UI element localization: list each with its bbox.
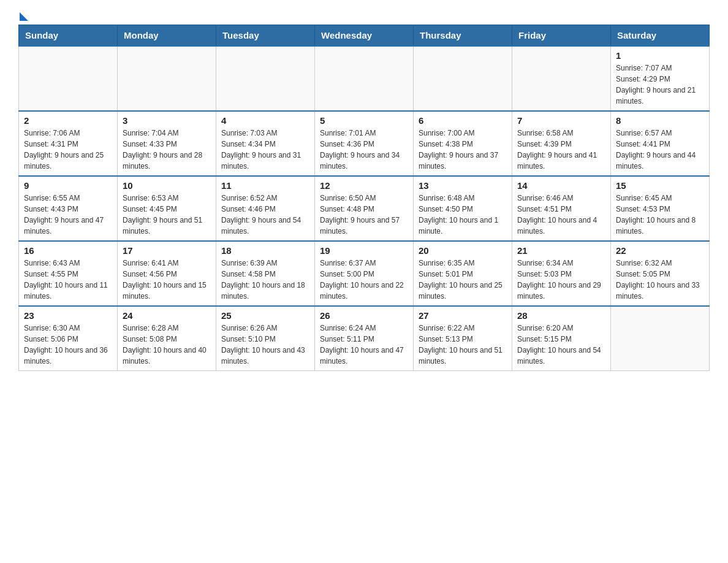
day-number: 8 [616,115,704,126]
day-number: 5 [320,115,408,126]
day-number: 22 [616,245,704,256]
calendar-cell: 24Sunrise: 6:28 AMSunset: 5:08 PMDayligh… [118,306,216,371]
calendar-cell: 15Sunrise: 6:45 AMSunset: 4:53 PMDayligh… [611,176,710,241]
calendar-cell: 13Sunrise: 6:48 AMSunset: 4:50 PMDayligh… [414,176,512,241]
calendar-cell: 11Sunrise: 6:52 AMSunset: 4:46 PMDayligh… [216,176,315,241]
weekday-header-friday: Friday [512,25,611,47]
logo-arrow-icon [20,12,28,21]
weekday-header-wednesday: Wednesday [315,25,414,47]
week-row-1: 1Sunrise: 7:07 AMSunset: 4:29 PMDaylight… [19,46,710,111]
calendar-cell [414,46,512,111]
day-info: Sunrise: 6:26 AMSunset: 5:10 PMDaylight:… [221,323,309,367]
day-number: 12 [320,180,408,191]
calendar-cell: 3Sunrise: 7:04 AMSunset: 4:33 PMDaylight… [118,111,216,176]
weekday-header-row: SundayMondayTuesdayWednesdayThursdayFrid… [19,25,710,47]
calendar-cell [216,46,315,111]
day-number: 17 [123,245,211,256]
day-info: Sunrise: 6:53 AMSunset: 4:45 PMDaylight:… [123,193,211,237]
day-number: 11 [221,180,309,191]
day-info: Sunrise: 7:01 AMSunset: 4:36 PMDaylight:… [320,128,408,172]
calendar-cell [118,46,216,111]
day-info: Sunrise: 7:00 AMSunset: 4:38 PMDaylight:… [419,128,507,172]
day-number: 25 [221,310,309,321]
day-number: 19 [320,245,408,256]
day-number: 18 [221,245,309,256]
calendar-cell: 17Sunrise: 6:41 AMSunset: 4:56 PMDayligh… [118,241,216,306]
calendar-cell [315,46,414,111]
calendar-cell: 5Sunrise: 7:01 AMSunset: 4:36 PMDaylight… [315,111,414,176]
calendar-cell: 20Sunrise: 6:35 AMSunset: 5:01 PMDayligh… [414,241,512,306]
week-row-5: 23Sunrise: 6:30 AMSunset: 5:06 PMDayligh… [19,306,710,371]
day-number: 13 [419,180,507,191]
day-number: 20 [419,245,507,256]
day-number: 23 [24,310,112,321]
week-row-2: 2Sunrise: 7:06 AMSunset: 4:31 PMDaylight… [19,111,710,176]
day-info: Sunrise: 6:35 AMSunset: 5:01 PMDaylight:… [419,258,507,302]
calendar-cell [611,306,710,371]
calendar-cell: 1Sunrise: 7:07 AMSunset: 4:29 PMDaylight… [611,46,710,111]
calendar-cell [19,46,118,111]
day-info: Sunrise: 6:32 AMSunset: 5:05 PMDaylight:… [616,258,704,302]
calendar-cell: 10Sunrise: 6:53 AMSunset: 4:45 PMDayligh… [118,176,216,241]
weekday-header-saturday: Saturday [611,25,710,47]
weekday-header-thursday: Thursday [414,25,512,47]
day-info: Sunrise: 7:07 AMSunset: 4:29 PMDaylight:… [616,63,704,107]
day-info: Sunrise: 6:41 AMSunset: 4:56 PMDaylight:… [123,258,211,302]
day-number: 2 [24,115,112,126]
calendar-cell: 6Sunrise: 7:00 AMSunset: 4:38 PMDaylight… [414,111,512,176]
day-info: Sunrise: 6:48 AMSunset: 4:50 PMDaylight:… [419,193,507,237]
calendar-cell: 18Sunrise: 6:39 AMSunset: 4:58 PMDayligh… [216,241,315,306]
calendar-cell: 25Sunrise: 6:26 AMSunset: 5:10 PMDayligh… [216,306,315,371]
calendar-cell: 28Sunrise: 6:20 AMSunset: 5:15 PMDayligh… [512,306,611,371]
weekday-header-sunday: Sunday [19,25,118,47]
day-number: 6 [419,115,507,126]
day-info: Sunrise: 6:58 AMSunset: 4:39 PMDaylight:… [517,128,605,172]
weekday-header-monday: Monday [118,25,216,47]
weekday-header-tuesday: Tuesday [216,25,315,47]
calendar-cell: 2Sunrise: 7:06 AMSunset: 4:31 PMDaylight… [19,111,118,176]
day-info: Sunrise: 6:57 AMSunset: 4:41 PMDaylight:… [616,128,704,172]
page-header [18,12,710,18]
calendar-cell: 14Sunrise: 6:46 AMSunset: 4:51 PMDayligh… [512,176,611,241]
calendar-cell: 22Sunrise: 6:32 AMSunset: 5:05 PMDayligh… [611,241,710,306]
day-info: Sunrise: 6:55 AMSunset: 4:43 PMDaylight:… [24,193,112,237]
logo [18,12,28,18]
day-info: Sunrise: 6:22 AMSunset: 5:13 PMDaylight:… [419,323,507,367]
calendar-cell: 16Sunrise: 6:43 AMSunset: 4:55 PMDayligh… [19,241,118,306]
day-number: 16 [24,245,112,256]
day-info: Sunrise: 6:30 AMSunset: 5:06 PMDaylight:… [24,323,112,367]
day-info: Sunrise: 6:43 AMSunset: 4:55 PMDaylight:… [24,258,112,302]
calendar-cell: 19Sunrise: 6:37 AMSunset: 5:00 PMDayligh… [315,241,414,306]
day-number: 26 [320,310,408,321]
calendar-cell: 9Sunrise: 6:55 AMSunset: 4:43 PMDaylight… [19,176,118,241]
day-number: 9 [24,180,112,191]
calendar-cell: 27Sunrise: 6:22 AMSunset: 5:13 PMDayligh… [414,306,512,371]
calendar-cell: 8Sunrise: 6:57 AMSunset: 4:41 PMDaylight… [611,111,710,176]
calendar-table: SundayMondayTuesdayWednesdayThursdayFrid… [18,25,710,371]
day-info: Sunrise: 6:20 AMSunset: 5:15 PMDaylight:… [517,323,605,367]
day-number: 7 [517,115,605,126]
day-info: Sunrise: 7:04 AMSunset: 4:33 PMDaylight:… [123,128,211,172]
day-info: Sunrise: 6:39 AMSunset: 4:58 PMDaylight:… [221,258,309,302]
day-info: Sunrise: 6:46 AMSunset: 4:51 PMDaylight:… [517,193,605,237]
calendar-cell: 23Sunrise: 6:30 AMSunset: 5:06 PMDayligh… [19,306,118,371]
calendar-cell: 12Sunrise: 6:50 AMSunset: 4:48 PMDayligh… [315,176,414,241]
day-number: 24 [123,310,211,321]
calendar-cell [512,46,611,111]
day-info: Sunrise: 6:52 AMSunset: 4:46 PMDaylight:… [221,193,309,237]
day-number: 21 [517,245,605,256]
day-number: 4 [221,115,309,126]
day-info: Sunrise: 6:50 AMSunset: 4:48 PMDaylight:… [320,193,408,237]
day-info: Sunrise: 7:06 AMSunset: 4:31 PMDaylight:… [24,128,112,172]
day-info: Sunrise: 7:03 AMSunset: 4:34 PMDaylight:… [221,128,309,172]
calendar-cell: 4Sunrise: 7:03 AMSunset: 4:34 PMDaylight… [216,111,315,176]
week-row-4: 16Sunrise: 6:43 AMSunset: 4:55 PMDayligh… [19,241,710,306]
day-number: 15 [616,180,704,191]
day-number: 1 [616,50,704,61]
day-info: Sunrise: 6:45 AMSunset: 4:53 PMDaylight:… [616,193,704,237]
week-row-3: 9Sunrise: 6:55 AMSunset: 4:43 PMDaylight… [19,176,710,241]
day-number: 3 [123,115,211,126]
calendar-cell: 7Sunrise: 6:58 AMSunset: 4:39 PMDaylight… [512,111,611,176]
calendar-cell: 21Sunrise: 6:34 AMSunset: 5:03 PMDayligh… [512,241,611,306]
day-number: 27 [419,310,507,321]
